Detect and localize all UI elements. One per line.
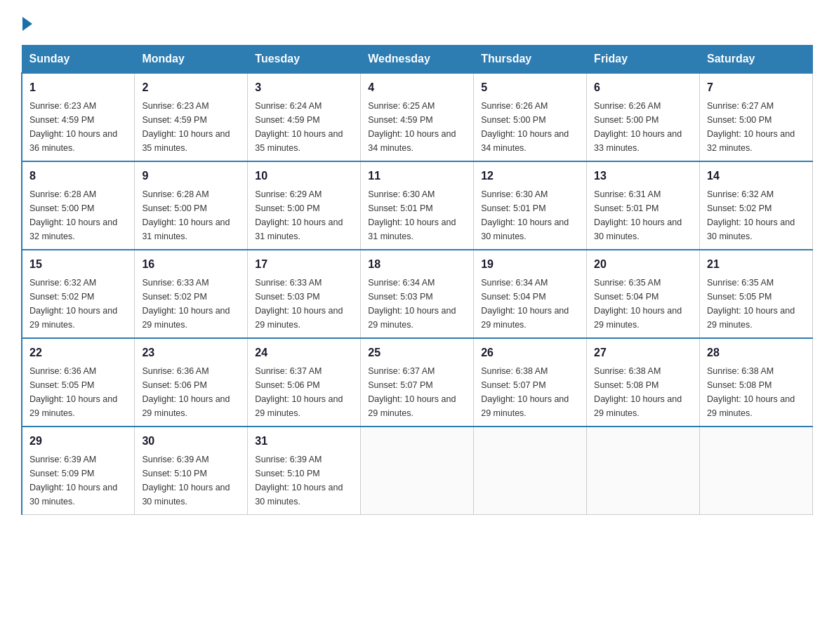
page-header [21, 14, 813, 31]
calendar-cell: 3Sunrise: 6:24 AMSunset: 4:59 PMDaylight… [248, 73, 361, 161]
calendar-cell: 27Sunrise: 6:38 AMSunset: 5:08 PMDayligh… [587, 338, 700, 427]
calendar-cell: 6Sunrise: 6:26 AMSunset: 5:00 PMDaylight… [587, 73, 700, 161]
day-info: Sunrise: 6:32 AMSunset: 5:02 PMDaylight:… [707, 187, 805, 243]
day-number: 2 [142, 79, 240, 96]
day-info: Sunrise: 6:39 AMSunset: 5:09 PMDaylight:… [29, 452, 127, 509]
day-info: Sunrise: 6:38 AMSunset: 5:07 PMDaylight:… [481, 364, 579, 420]
day-number: 16 [142, 256, 240, 273]
day-info: Sunrise: 6:37 AMSunset: 5:06 PMDaylight:… [255, 364, 353, 420]
calendar-cell [587, 427, 700, 515]
day-number: 7 [707, 79, 805, 96]
calendar-cell [700, 427, 813, 515]
calendar-cell: 13Sunrise: 6:31 AMSunset: 5:01 PMDayligh… [587, 161, 700, 250]
calendar-cell: 8Sunrise: 6:28 AMSunset: 5:00 PMDaylight… [22, 161, 135, 250]
day-info: Sunrise: 6:24 AMSunset: 4:59 PMDaylight:… [255, 99, 353, 155]
day-number: 26 [481, 344, 579, 361]
day-info: Sunrise: 6:35 AMSunset: 5:04 PMDaylight:… [594, 276, 692, 332]
day-number: 22 [29, 344, 127, 361]
day-info: Sunrise: 6:35 AMSunset: 5:05 PMDaylight:… [707, 276, 805, 332]
calendar-cell: 30Sunrise: 6:39 AMSunset: 5:10 PMDayligh… [135, 427, 248, 515]
calendar-table: SundayMondayTuesdayWednesdayThursdayFrid… [21, 45, 813, 515]
day-info: Sunrise: 6:38 AMSunset: 5:08 PMDaylight:… [707, 364, 805, 420]
day-number: 14 [707, 168, 805, 185]
calendar-body: 1Sunrise: 6:23 AMSunset: 4:59 PMDaylight… [22, 73, 813, 515]
day-info: Sunrise: 6:27 AMSunset: 5:00 PMDaylight:… [707, 99, 805, 155]
calendar-cell: 12Sunrise: 6:30 AMSunset: 5:01 PMDayligh… [474, 161, 587, 250]
day-info: Sunrise: 6:36 AMSunset: 5:05 PMDaylight:… [29, 364, 127, 420]
calendar-week-row: 29Sunrise: 6:39 AMSunset: 5:09 PMDayligh… [22, 427, 813, 515]
day-info: Sunrise: 6:34 AMSunset: 5:03 PMDaylight:… [368, 276, 466, 332]
day-header-monday: Monday [135, 46, 248, 74]
calendar-cell: 14Sunrise: 6:32 AMSunset: 5:02 PMDayligh… [700, 161, 813, 250]
day-info: Sunrise: 6:33 AMSunset: 5:03 PMDaylight:… [255, 276, 353, 332]
day-number: 9 [142, 168, 240, 185]
day-number: 17 [255, 256, 353, 273]
calendar-cell: 24Sunrise: 6:37 AMSunset: 5:06 PMDayligh… [248, 338, 361, 427]
day-number: 23 [142, 344, 240, 361]
day-headers-row: SundayMondayTuesdayWednesdayThursdayFrid… [22, 46, 813, 74]
day-number: 19 [481, 256, 579, 273]
day-number: 31 [255, 433, 353, 450]
day-header-thursday: Thursday [474, 46, 587, 74]
calendar-cell: 9Sunrise: 6:28 AMSunset: 5:00 PMDaylight… [135, 161, 248, 250]
day-number: 28 [707, 344, 805, 361]
day-info: Sunrise: 6:26 AMSunset: 5:00 PMDaylight:… [594, 99, 692, 155]
calendar-cell: 1Sunrise: 6:23 AMSunset: 4:59 PMDaylight… [22, 73, 135, 161]
calendar-cell: 26Sunrise: 6:38 AMSunset: 5:07 PMDayligh… [474, 338, 587, 427]
day-number: 6 [594, 79, 692, 96]
day-info: Sunrise: 6:26 AMSunset: 5:00 PMDaylight:… [481, 99, 579, 155]
logo-arrow-icon [22, 17, 32, 31]
calendar-cell: 20Sunrise: 6:35 AMSunset: 5:04 PMDayligh… [587, 250, 700, 338]
day-number: 5 [481, 79, 579, 96]
day-header-friday: Friday [587, 46, 700, 74]
calendar-cell: 11Sunrise: 6:30 AMSunset: 5:01 PMDayligh… [361, 161, 474, 250]
day-number: 25 [368, 344, 466, 361]
day-header-wednesday: Wednesday [361, 46, 474, 74]
calendar-cell: 25Sunrise: 6:37 AMSunset: 5:07 PMDayligh… [361, 338, 474, 427]
calendar-week-row: 8Sunrise: 6:28 AMSunset: 5:00 PMDaylight… [22, 161, 813, 250]
calendar-cell: 19Sunrise: 6:34 AMSunset: 5:04 PMDayligh… [474, 250, 587, 338]
day-number: 21 [707, 256, 805, 273]
day-info: Sunrise: 6:28 AMSunset: 5:00 PMDaylight:… [29, 187, 127, 243]
day-header-tuesday: Tuesday [248, 46, 361, 74]
day-number: 11 [368, 168, 466, 185]
day-info: Sunrise: 6:25 AMSunset: 4:59 PMDaylight:… [368, 99, 466, 155]
calendar-week-row: 22Sunrise: 6:36 AMSunset: 5:05 PMDayligh… [22, 338, 813, 427]
day-number: 30 [142, 433, 240, 450]
calendar-cell: 16Sunrise: 6:33 AMSunset: 5:02 PMDayligh… [135, 250, 248, 338]
day-info: Sunrise: 6:33 AMSunset: 5:02 PMDaylight:… [142, 276, 240, 332]
day-info: Sunrise: 6:36 AMSunset: 5:06 PMDaylight:… [142, 364, 240, 420]
day-info: Sunrise: 6:32 AMSunset: 5:02 PMDaylight:… [29, 276, 127, 332]
calendar-cell [361, 427, 474, 515]
day-info: Sunrise: 6:23 AMSunset: 4:59 PMDaylight:… [29, 99, 127, 155]
day-number: 10 [255, 168, 353, 185]
calendar-cell [474, 427, 587, 515]
day-number: 20 [594, 256, 692, 273]
day-info: Sunrise: 6:38 AMSunset: 5:08 PMDaylight:… [594, 364, 692, 420]
calendar-cell: 17Sunrise: 6:33 AMSunset: 5:03 PMDayligh… [248, 250, 361, 338]
calendar-cell: 21Sunrise: 6:35 AMSunset: 5:05 PMDayligh… [700, 250, 813, 338]
calendar-cell: 2Sunrise: 6:23 AMSunset: 4:59 PMDaylight… [135, 73, 248, 161]
day-number: 4 [368, 79, 466, 96]
calendar-cell: 15Sunrise: 6:32 AMSunset: 5:02 PMDayligh… [22, 250, 135, 338]
calendar-cell: 28Sunrise: 6:38 AMSunset: 5:08 PMDayligh… [700, 338, 813, 427]
day-number: 24 [255, 344, 353, 361]
calendar-header: SundayMondayTuesdayWednesdayThursdayFrid… [22, 46, 813, 74]
calendar-cell: 23Sunrise: 6:36 AMSunset: 5:06 PMDayligh… [135, 338, 248, 427]
calendar-cell: 31Sunrise: 6:39 AMSunset: 5:10 PMDayligh… [248, 427, 361, 515]
day-header-saturday: Saturday [700, 46, 813, 74]
day-info: Sunrise: 6:30 AMSunset: 5:01 PMDaylight:… [481, 187, 579, 243]
calendar-cell: 7Sunrise: 6:27 AMSunset: 5:00 PMDaylight… [700, 73, 813, 161]
day-number: 27 [594, 344, 692, 361]
calendar-cell: 10Sunrise: 6:29 AMSunset: 5:00 PMDayligh… [248, 161, 361, 250]
calendar-cell: 29Sunrise: 6:39 AMSunset: 5:09 PMDayligh… [22, 427, 135, 515]
day-info: Sunrise: 6:23 AMSunset: 4:59 PMDaylight:… [142, 99, 240, 155]
calendar-cell: 5Sunrise: 6:26 AMSunset: 5:00 PMDaylight… [474, 73, 587, 161]
day-info: Sunrise: 6:28 AMSunset: 5:00 PMDaylight:… [142, 187, 240, 243]
calendar-week-row: 1Sunrise: 6:23 AMSunset: 4:59 PMDaylight… [22, 73, 813, 161]
day-number: 1 [29, 79, 127, 96]
day-number: 12 [481, 168, 579, 185]
day-info: Sunrise: 6:39 AMSunset: 5:10 PMDaylight:… [142, 452, 240, 509]
day-info: Sunrise: 6:29 AMSunset: 5:00 PMDaylight:… [255, 187, 353, 243]
day-info: Sunrise: 6:37 AMSunset: 5:07 PMDaylight:… [368, 364, 466, 420]
